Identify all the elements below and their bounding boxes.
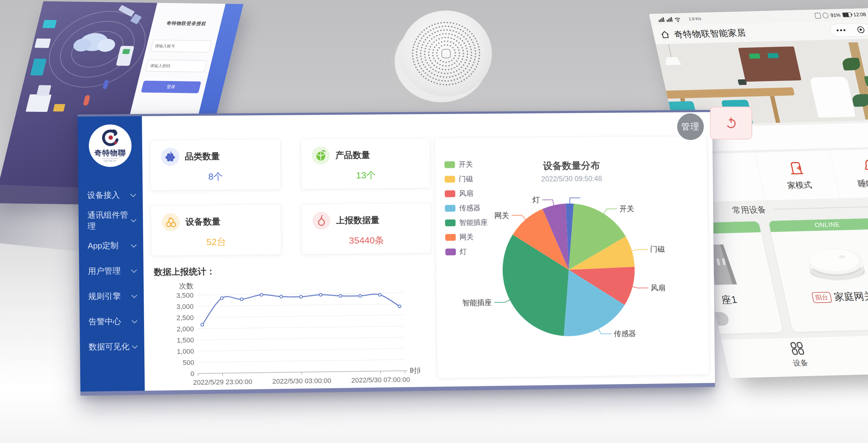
signal-wifi-icon	[658, 15, 688, 23]
pie-slice-label: 网关	[494, 211, 509, 219]
sidebar-item-3[interactable]: 用户管理	[79, 258, 144, 284]
section-divider	[773, 205, 868, 210]
tab-me[interactable]: 我	[855, 338, 868, 366]
account-input[interactable]	[150, 40, 212, 52]
svg-text:时间: 时间	[410, 367, 421, 375]
stat-label: 品类数量	[185, 151, 220, 163]
chevron-down-icon	[131, 292, 137, 298]
chevron-down-icon	[130, 191, 136, 197]
line-chart-point	[300, 295, 302, 298]
building-shape	[53, 104, 65, 112]
pie-chart-card: 设备数量分布 2022/5/30 09:50:48 开关门磁风扇传感器智能插座网…	[435, 136, 709, 378]
line-chart-point	[319, 293, 322, 296]
battery-percent: 91%	[830, 12, 841, 18]
stat-value: 35440条	[302, 233, 431, 248]
building-shape	[36, 85, 51, 96]
pendant-lamp-shade	[663, 57, 682, 65]
chevron-down-icon	[131, 267, 137, 273]
device-pie-chart: 开关门磁风扇传感器智能插座网关灯	[435, 136, 709, 378]
composite-scene: 奇特物联登录授权 登录	[0, 0, 868, 443]
mode-button-home[interactable]: 家模式	[755, 151, 840, 200]
chevron-down-icon	[131, 217, 136, 222]
nfc-icon	[814, 13, 821, 18]
pendant-lamp	[668, 44, 672, 58]
cabinet	[738, 46, 801, 82]
more-icon[interactable]	[836, 29, 845, 31]
common-devices-label: 常用设备	[731, 204, 767, 216]
svg-text:1,000: 1,000	[177, 347, 194, 355]
home-icon[interactable]	[659, 30, 671, 40]
tab-devices[interactable]: 设备	[762, 341, 836, 369]
table-top	[663, 87, 795, 99]
svg-text:500: 500	[183, 359, 194, 367]
chevron-down-icon	[131, 242, 136, 248]
line-chart-point	[240, 298, 243, 300]
sidebar-item-1[interactable]: 通讯组件管理	[79, 208, 143, 233]
screen-shape	[30, 59, 46, 75]
stat-value: 8个	[151, 170, 280, 184]
bell-icon	[861, 158, 868, 175]
pie-slice-label: 风扇	[651, 283, 665, 292]
power-button[interactable]	[710, 106, 752, 139]
stat-label: 产品数量	[335, 149, 370, 161]
line-chart-point	[201, 323, 204, 326]
lime-icon	[312, 147, 330, 165]
svg-text:2,500: 2,500	[177, 314, 194, 322]
close-circle-icon[interactable]	[857, 26, 865, 33]
logo-mark-icon	[101, 129, 119, 147]
chevron-down-icon	[132, 343, 138, 349]
sidebar-item-label: 告警中心	[88, 316, 121, 327]
tab-label: 设备	[792, 358, 809, 368]
sidebar-item-4[interactable]: 规则引擎	[79, 283, 144, 309]
sidebar-item-2[interactable]: App定制	[79, 233, 144, 259]
speaker-top	[400, 10, 492, 97]
pie-slice-label: 开关	[620, 204, 634, 213]
home-mode-icon	[786, 160, 805, 176]
sidebar-menu: 设备接入通讯组件管理App定制用户管理规则引擎告警中心数据可见化	[79, 182, 145, 360]
table-leg	[770, 96, 781, 124]
sidebar-item-6[interactable]: 数据可见化	[80, 334, 145, 360]
building-shape	[26, 94, 52, 112]
pos-screen-shape	[122, 49, 130, 54]
device-card-gateway[interactable]: ONLINE 阳台 家庭网关	[768, 218, 868, 332]
login-button[interactable]: 登录	[141, 81, 201, 93]
speaker-grille-dots	[400, 10, 492, 97]
sidebar-item-label: 数据可见化	[89, 341, 129, 352]
sidebar-item-label: App定制	[88, 240, 119, 251]
grapes-icon	[161, 148, 179, 166]
sidebar: 奇特物聯 IOTKIT 设备接入通讯组件管理App定制用户管理规则引擎告警中心数…	[78, 116, 145, 391]
cabinet-bowl	[749, 54, 761, 59]
logo: 奇特物聯 IOTKIT	[89, 124, 132, 167]
sidebar-item-0[interactable]: 设备接入	[79, 182, 143, 208]
svg-text:2022/5/30 03:00:00: 2022/5/30 03:00:00	[272, 377, 332, 385]
status-time: 12:08	[853, 11, 866, 17]
logo-text: 奇特物聯	[94, 148, 126, 158]
svg-text:2022/5/30 07:00:00: 2022/5/30 07:00:00	[351, 376, 410, 384]
net-speed-text: 1.9 K/s	[688, 17, 702, 21]
manage-badge[interactable]: 管理	[677, 114, 704, 140]
stat-value: 52台	[151, 235, 281, 249]
stat-card-reports: 上报数据量 35440条	[302, 203, 431, 254]
line-chart-point	[280, 295, 282, 298]
svg-text:3,500: 3,500	[176, 291, 194, 299]
miniprogram-capsule	[829, 23, 868, 37]
password-input[interactable]	[145, 60, 207, 72]
phone-tab-bar: 设备 我	[721, 333, 868, 378]
mode-label: 家模式	[786, 179, 813, 191]
line-chart-point	[339, 295, 342, 297]
sidebar-item-5[interactable]: 告警中心	[80, 309, 144, 335]
plant-leaf	[851, 94, 868, 107]
pie-slice-label: 传感器	[614, 329, 636, 338]
line-chart-point	[220, 297, 223, 299]
pie-slice-label: 智能插座	[462, 298, 492, 307]
grid-icon	[789, 341, 806, 356]
logo-subtext: IOTKIT	[102, 158, 119, 163]
device-name: 座1	[720, 293, 738, 307]
line-chart-section-title: 数据上报统计：	[154, 265, 215, 278]
chevron-down-icon	[132, 318, 137, 323]
sidebar-item-label: 规则引擎	[88, 291, 121, 302]
sidebar-item-label: 用户管理	[88, 265, 121, 277]
line-chart-point	[260, 293, 263, 296]
smart-speaker-photo	[388, 9, 502, 108]
svg-text:1,500: 1,500	[177, 336, 194, 344]
